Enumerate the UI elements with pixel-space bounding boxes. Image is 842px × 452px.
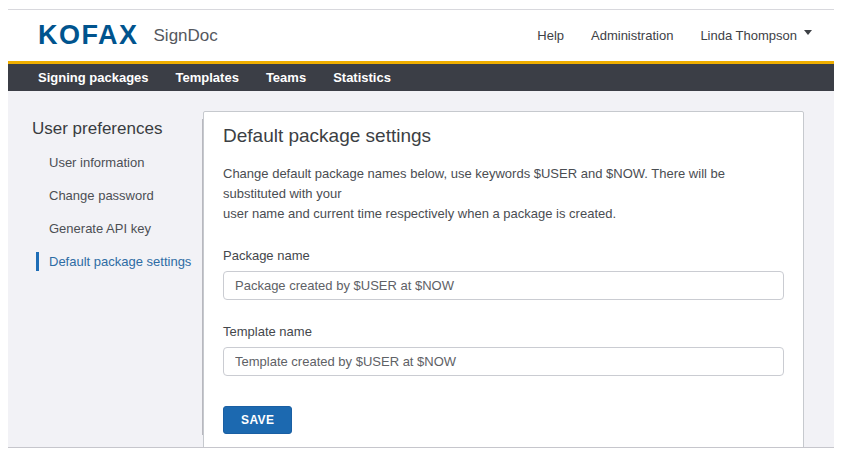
nav-item-signing-packages[interactable]: Signing packages: [38, 70, 149, 85]
help-link[interactable]: Help: [537, 28, 564, 43]
package-name-label: Package name: [223, 248, 784, 263]
administration-link[interactable]: Administration: [591, 28, 673, 43]
header-right-links: Help Administration Linda Thompson: [510, 28, 812, 43]
nav-item-teams[interactable]: Teams: [266, 70, 306, 85]
package-name-input[interactable]: [223, 271, 784, 300]
user-menu-label: Linda Thompson: [700, 28, 797, 43]
template-name-input[interactable]: [223, 347, 784, 376]
page-title: Default package settings: [223, 125, 784, 147]
product-name: SignDoc: [154, 26, 218, 46]
nav-item-statistics[interactable]: Statistics: [333, 70, 391, 85]
sidebar-title: User preferences: [32, 119, 202, 139]
top-header: KOFAX SignDoc Help Administration Linda …: [8, 10, 834, 61]
main-navbar: Signing packages Templates Teams Statist…: [8, 61, 834, 91]
page-description: Change default package names below, use …: [223, 164, 784, 224]
sidebar-item-generate-api-key[interactable]: Generate API key: [36, 219, 202, 238]
sidebar: User preferences User information Change…: [8, 91, 203, 447]
description-line-2: user name and current time respectively …: [223, 204, 784, 224]
description-line-1: Change default package names below, use …: [223, 164, 784, 204]
sidebar-inner: User preferences User information Change…: [8, 119, 203, 435]
nav-item-templates[interactable]: Templates: [176, 70, 239, 85]
content-area: User preferences User information Change…: [8, 91, 834, 447]
template-name-label: Template name: [223, 324, 784, 339]
default-package-settings-panel: Default package settings Change default …: [203, 111, 804, 447]
app-window: KOFAX SignDoc Help Administration Linda …: [8, 9, 834, 448]
sidebar-item-change-password[interactable]: Change password: [36, 186, 202, 205]
sidebar-item-user-information[interactable]: User information: [36, 153, 202, 172]
sidebar-item-default-package-settings[interactable]: Default package settings: [36, 252, 202, 271]
user-menu[interactable]: Linda Thompson: [700, 28, 812, 43]
save-button[interactable]: SAVE: [223, 406, 292, 434]
kofax-logo[interactable]: KOFAX: [38, 22, 139, 49]
chevron-down-icon: [804, 30, 812, 35]
